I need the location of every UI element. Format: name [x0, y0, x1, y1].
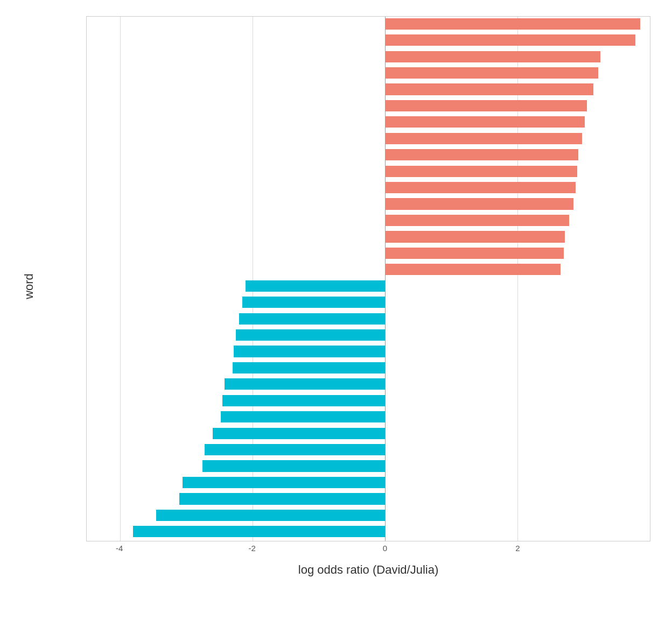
bar-row [87, 66, 650, 80]
y-axis-label: word [22, 273, 36, 299]
bar-row [87, 213, 650, 228]
bar-positive [385, 231, 565, 242]
x-axis-ticks: -4-202 [86, 544, 650, 556]
bar-row [87, 426, 650, 441]
bar-row [87, 148, 650, 163]
bar-row [87, 115, 650, 130]
bar-positive [385, 34, 635, 46]
bar-row [87, 279, 650, 293]
bar-negative [242, 297, 385, 308]
bar-positive [385, 182, 576, 193]
bar-row [87, 50, 650, 64]
bar-positive [385, 18, 640, 30]
x-axis-label: log odds ratio (David/Julia) [86, 563, 650, 577]
bar-row [87, 263, 650, 277]
bar-negative [202, 460, 384, 471]
bar-negative [213, 428, 385, 439]
bar-positive [385, 198, 574, 209]
bar-negative [156, 510, 385, 521]
bar-row [87, 508, 650, 523]
bar-row [87, 492, 650, 506]
chart-container: word #user2016#jsm2016trafficandroiddev#… [0, 0, 672, 620]
grid-and-bars: #user2016#jsm2016trafficandroiddev#plotc… [86, 16, 650, 541]
bar-positive [385, 149, 578, 160]
bar-positive [385, 67, 598, 79]
bar-negative [221, 411, 385, 422]
bar-negative [205, 444, 385, 455]
bar-row [87, 377, 650, 392]
bar-row [87, 33, 650, 47]
bar-row [87, 312, 650, 326]
bar-row [87, 17, 650, 31]
x-tick-label: -2 [246, 544, 258, 553]
bar-negative [222, 395, 384, 406]
bar-row [87, 328, 650, 342]
bar-row [87, 197, 650, 212]
bar-row [87, 164, 650, 179]
bar-row [87, 361, 650, 375]
bar-positive [385, 83, 594, 95]
bar-negative [233, 362, 385, 374]
bar-row [87, 410, 650, 425]
bar-positive [385, 264, 561, 275]
bar-row [87, 98, 650, 113]
bar-row [87, 131, 650, 146]
bar-row [87, 295, 650, 309]
bar-negative [239, 313, 385, 325]
bar-row [87, 442, 650, 457]
bar-row [87, 475, 650, 490]
bar-negative [133, 526, 385, 537]
x-tick-label: -4 [113, 544, 126, 553]
bar-row [87, 459, 650, 474]
bar-negative [183, 477, 384, 488]
bar-positive [385, 248, 564, 259]
bar-row [87, 82, 650, 97]
bar-positive [385, 133, 583, 144]
bar-row [87, 525, 650, 539]
bar-row [87, 230, 650, 244]
bar-negative [179, 493, 384, 504]
bar-positive [385, 166, 577, 177]
bars-and-axes: #user2016#jsm2016trafficandroiddev#plotc… [86, 16, 650, 556]
bar-row [87, 180, 650, 195]
bar-row [87, 393, 650, 408]
x-tick-label: 0 [379, 544, 391, 553]
x-tick-label: 2 [511, 544, 524, 553]
bar-row [87, 344, 650, 359]
bar-positive [385, 100, 587, 111]
bar-positive [385, 51, 600, 62]
bar-positive [385, 116, 585, 128]
bar-negative [246, 280, 384, 292]
bar-negative [225, 378, 385, 390]
bar-row [87, 246, 650, 260]
bar-negative [234, 346, 385, 357]
grid-line [650, 17, 650, 541]
bar-negative [236, 329, 385, 341]
plot-area: word #user2016#jsm2016trafficandroiddev#… [86, 16, 650, 556]
bar-positive [385, 215, 569, 226]
